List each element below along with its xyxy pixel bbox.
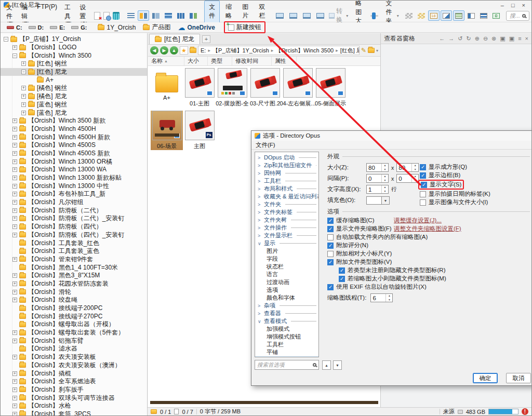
- tree-item[interactable]: +【Orcish】刹车扳手: [1, 386, 147, 394]
- edit-path-icon[interactable]: ✎: [361, 47, 366, 54]
- favorites-icon[interactable]: ★: [180, 46, 188, 55]
- checkbox-row[interactable]: 附加评分(N): [327, 241, 530, 249]
- preferences-category[interactable]: >Zip和其他压缩文件: [255, 162, 318, 169]
- tree-expander-icon[interactable]: +: [12, 290, 17, 294]
- tree-item[interactable]: +【Orcish】防滑板（四代）_安装钉: [1, 231, 147, 239]
- tiles-view-icon[interactable]: [188, 10, 199, 21]
- drive-button[interactable]: G:: [68, 23, 90, 32]
- monitor-icon[interactable]: [274, 10, 285, 21]
- checkbox-row[interactable]: 附加相对大小标尺(Y): [327, 250, 530, 258]
- checkbox[interactable]: [339, 276, 345, 282]
- tree-expander-icon[interactable]: +: [21, 102, 26, 107]
- gap-height-spinner[interactable]: 0 ▲▼: [396, 174, 419, 183]
- chevron-right-icon[interactable]: >: [258, 163, 262, 168]
- chevron-right-icon[interactable]: >: [258, 225, 262, 231]
- preferences-category[interactable]: >因特网: [255, 169, 318, 177]
- size-width-spinner[interactable]: 80 ▲▼: [366, 163, 389, 172]
- columns-icon[interactable]: [466, 10, 477, 21]
- tree-expander-icon[interactable]: +: [12, 330, 17, 335]
- column-header[interactable]: 名称▲: [148, 57, 184, 65]
- actual-size-icon[interactable]: ▣: [509, 35, 514, 42]
- folder-icon[interactable]: [368, 48, 375, 53]
- mosaic2-icon[interactable]: [416, 10, 427, 21]
- chevron-right-icon[interactable]: >: [258, 218, 262, 223]
- history-doc-icon[interactable]: [103, 12, 110, 20]
- tree-expander-icon[interactable]: +: [12, 273, 17, 278]
- tree-item[interactable]: +【Orcish】铝拖车臂: [1, 337, 147, 345]
- forward-icon[interactable]: →: [448, 35, 454, 42]
- image-pane-icon[interactable]: [441, 10, 452, 21]
- tree-item[interactable]: +【Orcish】黑色3_8"X15M: [1, 272, 147, 280]
- gap-width-spinner[interactable]: 0 ▲▼: [366, 174, 389, 183]
- tree-expander-icon[interactable]: +: [21, 61, 26, 66]
- preferences-category[interactable]: 颜色和字体: [255, 294, 318, 302]
- tree-expander-icon[interactable]: +: [12, 143, 17, 147]
- large-icons-view-icon[interactable]: [175, 10, 187, 21]
- redo-icon[interactable]: ↻: [466, 35, 471, 42]
- column-header[interactable]: 修改时间: [232, 57, 272, 65]
- tree-item[interactable]: +【Orcish】防滑板（四代）: [1, 223, 147, 231]
- preferences-category[interactable]: ∨显示: [255, 239, 318, 247]
- preferences-category[interactable]: >文件显示栏: [255, 232, 318, 239]
- monitor-icon[interactable]: [301, 10, 312, 21]
- tree-expander-icon[interactable]: +: [12, 396, 17, 400]
- checkbox[interactable]: [327, 284, 334, 290]
- chevron-right-icon[interactable]: >: [258, 155, 262, 160]
- file-item[interactable]: 02-摆放图-全: [216, 68, 248, 108]
- drive-button[interactable]: E:: [47, 23, 68, 32]
- zoom-in-icon[interactable]: ⊕: [475, 35, 480, 42]
- checkbox-row[interactable]: 若类型未注册则隐藏文件类型图标(R): [339, 266, 530, 274]
- tree-item[interactable]: −【Orcish】黑色1_4 100FT=30米: [1, 263, 147, 272]
- close-button[interactable]: ×: [522, 2, 525, 8]
- tree-expander-icon[interactable]: +: [12, 208, 17, 213]
- tree-expander-icon[interactable]: +: [12, 200, 17, 205]
- text-height-spinner[interactable]: 1 ▲▼: [366, 185, 389, 194]
- tree-item[interactable]: +【Orcish】撬棍: [1, 369, 147, 378]
- tree-item[interactable]: −【Orcish】接线端子200PC: [1, 304, 147, 313]
- alert-icon[interactable]: !: [522, 408, 528, 415]
- drive-button[interactable]: D:: [25, 23, 47, 32]
- tree-expander-icon[interactable]: +: [21, 94, 26, 99]
- checkbox-row[interactable]: 显示文字(S): [418, 180, 464, 190]
- tree-expander-icon[interactable]: +: [12, 339, 17, 343]
- tree-item[interactable]: +【Orcish】Winch 13000 中性: [1, 182, 147, 190]
- back-icon[interactable]: ←: [439, 35, 445, 42]
- tree-item[interactable]: +【Orcish】Winch 13000 WA: [1, 166, 147, 174]
- tree-expander-icon[interactable]: +: [12, 387, 17, 392]
- tree-item[interactable]: +【Orcish】Winch 13000 OR橘: [1, 157, 147, 166]
- checkbox[interactable]: [327, 259, 334, 265]
- checkbox[interactable]: [327, 243, 334, 249]
- undo-icon[interactable]: ↺: [458, 35, 462, 42]
- tree-item[interactable]: +【Orcish】LOGO: [1, 44, 147, 52]
- tree-expander-icon[interactable]: +: [12, 233, 17, 237]
- chevron-right-icon[interactable]: >: [258, 194, 262, 199]
- tree-expander-icon[interactable]: +: [12, 45, 17, 50]
- preferences-category[interactable]: 缩略图: [255, 356, 318, 357]
- tree-expander-icon[interactable]: +: [21, 86, 26, 90]
- preferences-category[interactable]: 工具栏: [255, 341, 318, 348]
- checkbox[interactable]: [420, 199, 426, 206]
- checkbox[interactable]: [327, 251, 334, 257]
- tree-item[interactable]: +【Orcish】水枪: [1, 402, 147, 410]
- column-header[interactable]: 类型: [208, 57, 232, 65]
- tree-item[interactable]: −【Orcish】Winch 3500: [1, 51, 147, 60]
- thumb-size-slider[interactable]: [370, 15, 378, 17]
- tree-item[interactable]: +【Orcish】布包补胎工具_新: [1, 190, 147, 198]
- tree-expander-icon[interactable]: +: [12, 257, 17, 262]
- chevron-right-icon[interactable]: >: [258, 210, 262, 215]
- chevron-right-icon[interactable]: >: [258, 303, 262, 308]
- minimize-button[interactable]: –: [501, 2, 504, 8]
- checkbox-row[interactable]: 缓存缩略图(C)调整缓存设置(J)...: [327, 217, 530, 224]
- breadcrumb-segment[interactable]: 【Orcish】Winch 3500: [275, 47, 334, 55]
- column-header[interactable]: 大小: [184, 57, 208, 65]
- fit-window-icon[interactable]: ▣: [500, 35, 505, 42]
- checkbox[interactable]: [420, 172, 426, 179]
- tree-item[interactable]: +【Orcish】Winch 4500S 新款: [1, 150, 147, 158]
- zoom-out-icon[interactable]: ⊖: [483, 35, 488, 42]
- tree-item[interactable]: −【Orcish】工具套装_红色: [1, 239, 147, 247]
- tree-expander-icon[interactable]: +: [12, 127, 17, 131]
- checkbox-row[interactable]: 显示拍摄日期的标签(K): [420, 190, 530, 198]
- breadcrumb-segment[interactable]: E:: [201, 47, 206, 53]
- tree-item[interactable]: +[蓝色] 尼龙: [1, 109, 147, 117]
- list-pane-icon[interactable]: [453, 10, 464, 21]
